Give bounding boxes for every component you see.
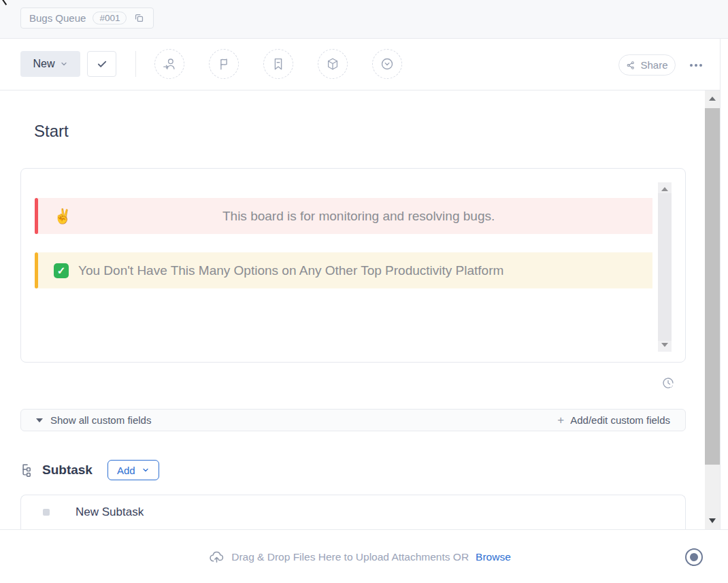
caret-down-icon bbox=[36, 418, 43, 422]
panel-right-divider bbox=[720, 39, 721, 583]
subtask-list-card: New Subtask bbox=[20, 495, 686, 529]
file-dropzone[interactable]: Drag & Drop Files Here to Upload Attachm… bbox=[0, 530, 720, 583]
task-number-badge: #001 bbox=[93, 12, 127, 24]
task-detail-panel: Start ✌ This board is for monitoring and… bbox=[0, 90, 720, 529]
custom-fields-bar: Show all custom fields + Add/edit custom… bbox=[20, 409, 686, 431]
share-icon bbox=[626, 61, 635, 70]
new-status-button[interactable]: New bbox=[20, 51, 80, 77]
more-options-button[interactable] bbox=[686, 59, 706, 71]
circle-v-icon bbox=[380, 56, 395, 71]
note-text: This board is for monitoring and resolvi… bbox=[78, 209, 639, 224]
description-scrollbar-thumb[interactable] bbox=[658, 193, 672, 341]
checkmark-icon bbox=[96, 58, 108, 70]
subtask-section-header: Subtask Add bbox=[20, 460, 159, 480]
assign-user-button[interactable] bbox=[154, 49, 184, 79]
bookmark-icon bbox=[271, 56, 286, 71]
status-section-title: Start bbox=[34, 122, 69, 141]
page-scrollbar-thumb[interactable] bbox=[705, 108, 720, 465]
scroll-down-arrow-icon[interactable] bbox=[661, 343, 668, 347]
cube-icon bbox=[325, 56, 340, 71]
description-box: ✌ This board is for monitoring and resol… bbox=[20, 168, 686, 363]
priority-flag-button[interactable] bbox=[209, 49, 239, 79]
mark-complete-button[interactable] bbox=[87, 51, 116, 77]
add-edit-custom-fields-label: Add/edit custom fields bbox=[570, 414, 670, 426]
time-log-button[interactable] bbox=[661, 376, 675, 393]
toolbar-divider bbox=[135, 51, 136, 77]
toolbar: New bbox=[0, 39, 720, 90]
product-button[interactable] bbox=[318, 49, 348, 79]
add-subtask-label: Add bbox=[117, 465, 135, 476]
dropzone-text: Drag & Drop Files Here to Upload Attachm… bbox=[231, 551, 469, 563]
scroll-down-arrow-icon[interactable] bbox=[709, 518, 716, 523]
breadcrumb[interactable]: Bugs Queue #001 bbox=[20, 7, 154, 29]
description-scrollbar[interactable] bbox=[658, 182, 672, 352]
share-button[interactable]: Share bbox=[618, 54, 676, 76]
subtask-row[interactable]: New Subtask bbox=[21, 495, 685, 529]
version-button[interactable] bbox=[372, 49, 402, 79]
record-dot-icon bbox=[690, 553, 698, 561]
cloud-upload-icon bbox=[209, 549, 225, 565]
record-button[interactable] bbox=[685, 548, 703, 566]
copy-icon[interactable] bbox=[133, 12, 145, 24]
show-custom-fields-toggle[interactable]: Show all custom fields bbox=[36, 414, 151, 426]
show-custom-fields-label: Show all custom fields bbox=[50, 414, 151, 426]
plus-icon: + bbox=[557, 414, 564, 427]
add-subtask-button[interactable]: Add bbox=[107, 460, 159, 480]
subtask-tree-icon bbox=[20, 463, 35, 478]
scroll-up-arrow-icon[interactable] bbox=[709, 97, 716, 101]
attachments-footer: Drag & Drop Files Here to Upload Attachm… bbox=[0, 529, 728, 583]
cursor-artifact bbox=[1, 0, 7, 5]
browse-link[interactable]: Browse bbox=[476, 551, 511, 563]
assign-user-icon bbox=[162, 56, 177, 71]
check-emoji: ✓ bbox=[54, 263, 69, 278]
note-text: You Don't Have This Many Options on Any … bbox=[78, 263, 503, 278]
subtask-section-title: Subtask bbox=[42, 463, 93, 478]
chevron-down-icon bbox=[142, 466, 150, 474]
chevron-down-icon bbox=[60, 60, 68, 68]
more-options-icon bbox=[690, 64, 693, 67]
scroll-up-arrow-icon[interactable] bbox=[661, 187, 668, 191]
top-bar: Bugs Queue #001 bbox=[0, 0, 728, 39]
peace-emoji: ✌ bbox=[54, 208, 71, 224]
label-button[interactable] bbox=[263, 49, 293, 79]
flag-icon bbox=[216, 56, 231, 71]
subtask-bullet-icon bbox=[43, 509, 50, 516]
clock-icon bbox=[661, 376, 675, 390]
note-item: ✌ This board is for monitoring and resol… bbox=[35, 198, 652, 234]
add-edit-custom-fields-button[interactable]: + Add/edit custom fields bbox=[557, 414, 670, 427]
share-button-label: Share bbox=[640, 59, 667, 71]
subtask-row-label: New Subtask bbox=[76, 505, 144, 519]
board-name: Bugs Queue bbox=[29, 12, 86, 24]
new-button-label: New bbox=[33, 58, 54, 70]
page-scrollbar[interactable] bbox=[705, 90, 720, 529]
note-item: ✓ You Don't Have This Many Options on An… bbox=[35, 252, 652, 288]
